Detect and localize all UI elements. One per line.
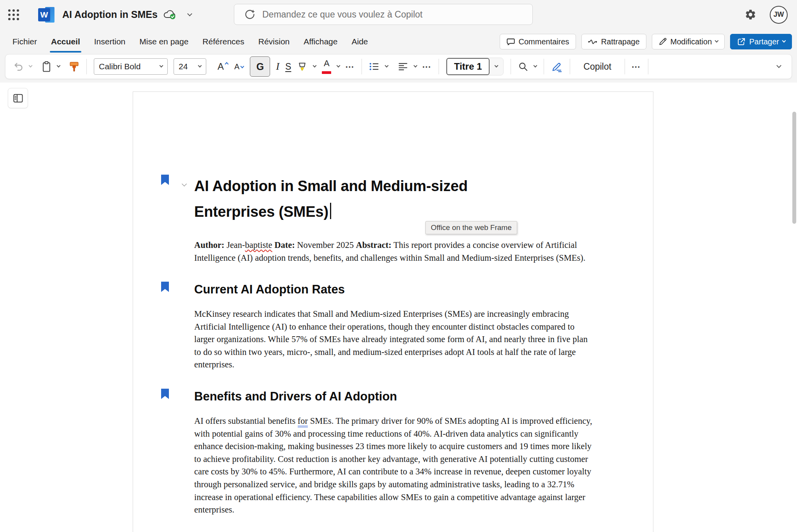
comments-button[interactable]: Commentaires [500, 34, 576, 49]
align-menu-chevron[interactable] [414, 66, 417, 67]
title-dropdown-chevron-icon[interactable] [187, 11, 192, 16]
menu-insertion[interactable]: Insertion [87, 29, 133, 54]
doc-meta-paragraph[interactable]: Author: Jean-baptiste Date: November 202… [194, 239, 593, 264]
scrollbar-track[interactable] [792, 106, 796, 530]
doc-section-heading[interactable]: Current AI Adoption Rates [194, 282, 592, 297]
word-app-icon[interactable]: W [38, 7, 54, 23]
divider [648, 59, 648, 74]
font-color-button[interactable]: A [322, 59, 331, 74]
chevron-down-icon [715, 39, 719, 43]
grammar-marked-word: for [298, 416, 308, 427]
align-lines-icon [398, 62, 408, 71]
bullet-list-button[interactable] [369, 62, 379, 71]
paste-button[interactable] [42, 61, 51, 72]
activity-pulse-icon [588, 39, 598, 45]
document-canvas: AI Adoption in Small and Medium-sized En… [0, 83, 797, 532]
ribbon-copilot-button[interactable]: Copilot [577, 61, 618, 72]
editing-mode-button[interactable]: Modification [652, 34, 725, 49]
menu-accueil[interactable]: Accueil [44, 29, 87, 54]
navigation-pane-toggle[interactable] [8, 88, 28, 108]
find-menu-chevron[interactable] [534, 66, 537, 67]
divider [362, 59, 362, 74]
menu-affichage[interactable]: Affichage [297, 29, 344, 54]
collapse-heading-chevron[interactable] [182, 181, 187, 186]
menu-bar: Fichier Accueil Insertion Mise en page R… [0, 29, 797, 54]
highlight-menu-chevron[interactable] [313, 66, 316, 67]
caret-up-icon [225, 62, 229, 66]
list-menu-chevron[interactable] [385, 66, 388, 67]
editor-button[interactable] [551, 61, 563, 72]
comment-icon [506, 37, 515, 46]
pencil-icon [658, 37, 667, 46]
catch-up-button[interactable]: Rattrapage [581, 34, 646, 49]
shrink-font-button[interactable]: A [234, 63, 239, 70]
document-title-text[interactable]: AI Adoption in SMEs [62, 9, 158, 20]
chevron-down-icon [160, 64, 163, 68]
menu-action-buttons: Commentaires Rattrapage Modification Par… [500, 34, 792, 49]
font-color-menu-chevron[interactable] [337, 66, 340, 67]
format-painter-button[interactable] [69, 61, 79, 72]
divider [544, 59, 544, 74]
bookmark-icon [161, 281, 169, 293]
caret-down-icon [241, 65, 244, 68]
current-style-box[interactable]: Titre 1 [446, 58, 490, 75]
more-font-options-button[interactable]: ••• [346, 64, 355, 70]
chevron-down-icon [198, 64, 202, 68]
document-page[interactable]: AI Adoption in Small and Medium-sized En… [133, 91, 653, 532]
menu-fichier[interactable]: Fichier [5, 29, 44, 54]
doc-paragraph[interactable]: McKinsey research indicates that Small a… [194, 308, 593, 371]
font-name-select[interactable]: Calibri Bold [94, 58, 168, 75]
saved-to-cloud-icon[interactable] [163, 9, 176, 20]
settings-button[interactable] [742, 6, 759, 23]
highlight-button[interactable] [297, 61, 307, 72]
collapse-ribbon-button[interactable] [777, 66, 781, 67]
underline-button[interactable]: S [285, 61, 291, 72]
undo-button[interactable] [13, 62, 23, 71]
editor-pen-icon [551, 61, 563, 72]
word-logo-letter: W [38, 8, 50, 21]
undo-icon [13, 62, 23, 71]
more-paragraph-options-button[interactable]: ••• [423, 64, 432, 70]
italic-button[interactable]: I [276, 61, 279, 72]
copilot-search[interactable] [234, 4, 533, 25]
chevron-down-icon [776, 63, 781, 68]
divider [570, 59, 570, 74]
align-button[interactable] [398, 62, 408, 71]
chevron-down-icon [495, 64, 499, 68]
bold-button[interactable]: G [250, 56, 270, 77]
account-avatar[interactable]: JW [770, 6, 788, 24]
ribbon-overflow-button[interactable]: ••• [632, 64, 641, 70]
doc-section-heading-block: Benefits and Drivers of AI Adoption [194, 389, 592, 404]
side-panel-icon [13, 93, 23, 104]
divider [86, 59, 87, 74]
undo-menu-chevron[interactable] [29, 66, 32, 67]
doc-paragraph[interactable]: AI offers substantial benefits for SMEs.… [194, 415, 593, 516]
frame-tooltip: Office on the web Frame [425, 221, 517, 234]
font-size-select[interactable]: 24 [174, 58, 206, 75]
doc-title-heading[interactable]: AI Adoption in Small and Medium-sized En… [194, 173, 544, 225]
menu-revision[interactable]: Révision [251, 29, 297, 54]
divider [439, 59, 439, 74]
scrollbar-thumb[interactable] [792, 112, 796, 224]
chevron-down-icon [29, 64, 33, 68]
text-cursor [330, 203, 331, 219]
menu-references[interactable]: Références [195, 29, 251, 54]
grow-font-button[interactable]: A [218, 62, 224, 71]
app-launcher-button[interactable] [5, 6, 23, 24]
gear-icon [744, 9, 757, 21]
share-icon [737, 37, 746, 46]
chevron-down-icon [385, 64, 389, 68]
app-header: W AI Adoption in SMEs JW [0, 0, 797, 29]
style-picker[interactable]: Titre 1 [446, 58, 504, 75]
copilot-icon [244, 9, 255, 20]
share-button[interactable]: Partager [730, 34, 792, 49]
find-button[interactable] [518, 61, 528, 72]
paste-menu-chevron[interactable] [57, 66, 60, 67]
bullet-list-icon [369, 62, 379, 71]
menu-mise-en-page[interactable]: Mise en page [132, 29, 195, 54]
copilot-search-input[interactable] [262, 9, 532, 20]
divider [625, 59, 625, 74]
menu-aide[interactable]: Aide [344, 29, 375, 54]
doc-section-heading[interactable]: Benefits and Drivers of AI Adoption [194, 389, 592, 404]
divider [511, 59, 511, 74]
